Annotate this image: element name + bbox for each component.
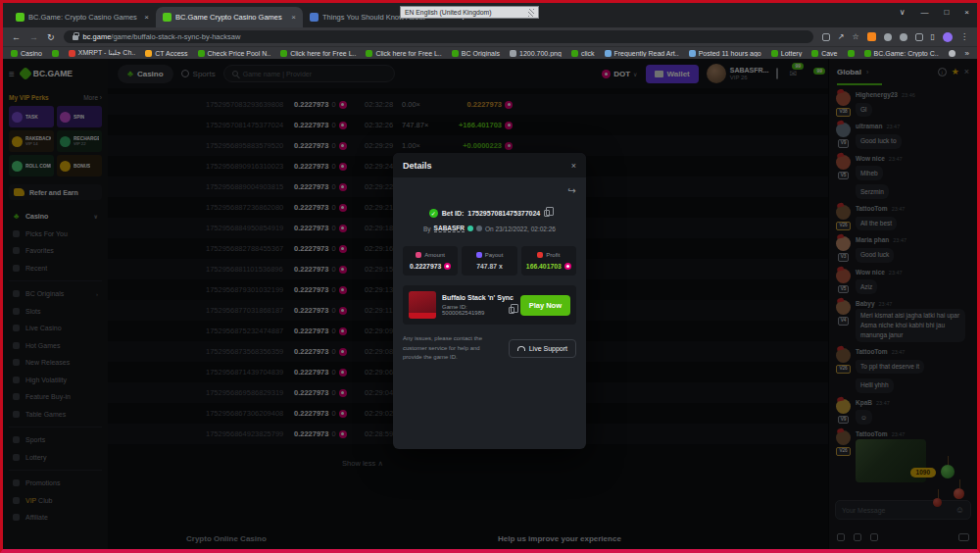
copy-icon[interactable] (544, 210, 550, 217)
tab-favicon-icon (163, 13, 172, 22)
side-panel-icon[interactable]: ▯ (931, 32, 935, 41)
stat-label: Payout (485, 252, 504, 258)
select-grip-icon (528, 9, 534, 17)
minimize-button[interactable]: — (920, 8, 928, 17)
modal-close-icon[interactable]: × (571, 161, 576, 171)
bookmark-star-icon[interactable]: ☆ (852, 32, 858, 41)
stat-box-amount: Amount0.2227973 (403, 246, 458, 276)
share-icon[interactable]: ↗ (838, 32, 845, 41)
bookmark-item[interactable]: Click here for Free L.. (366, 50, 441, 57)
bookmark-favicon-icon (811, 50, 818, 57)
play-now-button[interactable]: Play Now (520, 295, 570, 316)
tab-favicon-icon (310, 13, 318, 22)
tab-search-chevron-icon[interactable]: ∨ (900, 8, 906, 17)
globe-icon (949, 50, 956, 57)
bookmark-label: Check Price Pool N.. (208, 50, 271, 57)
bookmark-favicon-icon (52, 50, 59, 57)
headset-icon (517, 346, 525, 351)
extensions-puzzle-icon[interactable] (915, 33, 923, 41)
tab-title: BC.Game: Crypto Casino Games (28, 13, 140, 22)
share-bet-icon[interactable]: ↪ (568, 185, 576, 196)
stat-value: 166.401703 (526, 263, 562, 270)
bookmark-item[interactable]: Casino (11, 50, 42, 57)
copy-icon[interactable] (509, 307, 514, 314)
bookmark-favicon-icon (771, 50, 778, 57)
live-support-button[interactable]: Live Support (509, 339, 576, 358)
menu-kebab-icon[interactable]: ⋮ (960, 32, 968, 41)
bookmark-item[interactable]: Lottery (771, 50, 802, 57)
browser-tab[interactable]: BC.Game: Crypto Casino Games× (9, 7, 156, 27)
user-badge-icon (476, 226, 482, 231)
back-button[interactable]: ← (12, 32, 21, 42)
modal-title: Details (403, 161, 432, 171)
bet-user-link[interactable]: SABASFR (434, 225, 465, 232)
dot-coin-icon (564, 263, 571, 270)
send-to-device-icon[interactable] (822, 33, 830, 41)
verified-icon: ✓ (429, 209, 438, 218)
bookmark-favicon-icon (198, 50, 205, 57)
browser-toolbar: ← → ↻ bc.game/game/buffalo-stack-n-sync-… (3, 27, 977, 46)
bookmark-item[interactable]: Click here for Free L.. (280, 50, 356, 57)
close-window-button[interactable]: × (964, 8, 969, 17)
bookmark-item[interactable]: CT Access (145, 50, 187, 57)
bookmark-favicon-icon (689, 50, 696, 57)
bookmark-label: BC.Game: Crypto C.. (874, 50, 939, 57)
url-domain: bc.game (83, 32, 112, 41)
bookmark-label: Click here for Free L.. (290, 50, 356, 57)
extension-icon[interactable] (900, 33, 907, 41)
support-note: Any issues, please contact the customer … (403, 334, 501, 363)
bookmarks-overflow-icon[interactable]: » (965, 49, 969, 58)
bookmark-item[interactable]: Posted 11 hours ago (689, 50, 761, 57)
language-select[interactable]: EN English (United Kingdom) (400, 6, 539, 19)
bookmark-label: Posted 11 hours ago (699, 50, 761, 57)
bookmark-favicon-icon (571, 50, 578, 57)
bookmark-item[interactable]: Frequently Read Art.. (605, 50, 679, 57)
game-thumbnail[interactable] (409, 291, 436, 319)
maximize-button[interactable]: □ (944, 8, 949, 17)
forward-button[interactable]: → (29, 32, 38, 42)
stat-icon (537, 252, 543, 258)
bookmark-favicon-icon (864, 50, 871, 57)
address-bar[interactable]: bc.game/game/buffalo-stack-n-sync-by-hac… (64, 30, 813, 43)
bookmark-item[interactable]: Cave (811, 50, 837, 57)
profile-avatar-icon[interactable] (943, 32, 953, 42)
bookmark-item[interactable]: BC Originals (452, 50, 500, 57)
stat-label: Amount (424, 252, 445, 258)
bookmark-favicon-icon (11, 50, 18, 57)
bookmark-item[interactable]: Check Price Pool N.. (198, 50, 271, 57)
bookmark-favicon-icon (145, 50, 152, 57)
bookmark-favicon-icon (69, 50, 75, 57)
bookmark-favicon-icon (848, 50, 855, 57)
stat-box-payout: Payout747.87 x (462, 246, 516, 276)
by-label: By (423, 226, 431, 232)
bookmark-item[interactable]: @FxckYouBxtch (949, 50, 956, 57)
bookmark-favicon-icon (366, 50, 372, 57)
tab-favicon-icon (16, 13, 24, 22)
bookmark-item[interactable]: BC.Game: Crypto C.. (864, 50, 939, 57)
url-text: bc.game/game/buffalo-stack-n-sync-by-hac… (83, 32, 241, 41)
bookmark-favicon-icon (280, 50, 287, 57)
lock-icon (73, 35, 78, 40)
bookmarks-bar: CasinoXMRPT - جلبنا Ch..CT AccessCheck P… (3, 46, 977, 59)
tab-close-icon[interactable]: × (144, 13, 149, 22)
page-content: ≡ BC.GAME My VIP Perks More › TASKSPINRA… (3, 59, 977, 549)
stat-icon (416, 252, 421, 258)
bookmark-label: BC Originals (462, 50, 500, 57)
reload-button[interactable]: ↻ (47, 32, 55, 42)
metamask-extension-icon[interactable] (867, 32, 876, 41)
game-id: Game ID: 5000062541989 (442, 304, 506, 316)
bookmark-item[interactable]: XMRPT - جلبنا Ch.. (69, 49, 135, 57)
bookmark-item[interactable] (848, 50, 855, 57)
bet-id-label: Bet ID: (442, 210, 465, 217)
game-name: Buffalo Stack 'n' Sync (442, 294, 514, 301)
bookmark-label: Cave (821, 50, 837, 57)
bookmark-item[interactable] (52, 50, 59, 57)
user-badge-icon (467, 226, 473, 231)
bookmark-label: Lottery (781, 50, 802, 57)
extension-icon[interactable] (884, 33, 892, 41)
bookmark-item[interactable]: 1200.700.png (510, 50, 562, 57)
browser-tab[interactable]: BC.Game Crypto Casino Games× (156, 7, 303, 27)
bookmark-item[interactable]: click (571, 50, 595, 57)
bet-details-modal: Details × ↪ ✓ Bet ID: 175295708147537702… (393, 153, 586, 449)
tab-close-icon[interactable]: × (291, 13, 296, 22)
